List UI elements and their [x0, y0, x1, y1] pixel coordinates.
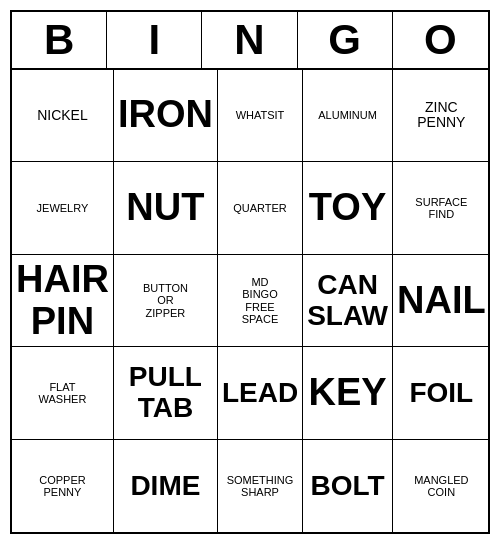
- bingo-header: BINGO: [12, 12, 488, 70]
- bingo-cell: IRON: [114, 70, 218, 163]
- bingo-cell: ZINCPENNY: [393, 70, 490, 163]
- bingo-cell: TOY: [303, 162, 393, 255]
- cell-text: QUARTER: [233, 202, 287, 214]
- bingo-cell: PULLTAB: [114, 347, 218, 440]
- header-letter: N: [202, 12, 297, 68]
- bingo-cell: BOLT: [303, 440, 393, 533]
- bingo-cell: FLATWASHER: [12, 347, 114, 440]
- header-letter: G: [298, 12, 393, 68]
- cell-text: LEAD: [222, 378, 298, 409]
- bingo-cell: HAIRPIN: [12, 255, 114, 348]
- bingo-cell: NAIL: [393, 255, 490, 348]
- cell-text: JEWELRY: [37, 202, 89, 214]
- cell-text: SURFACEFIND: [415, 196, 467, 220]
- bingo-cell: LEAD: [218, 347, 303, 440]
- bingo-cell: CANSLAW: [303, 255, 393, 348]
- cell-text: FLATWASHER: [39, 381, 87, 405]
- bingo-card: BINGO NICKELIRONWHATSITALUMINUMZINCPENNY…: [10, 10, 490, 535]
- bingo-cell: QUARTER: [218, 162, 303, 255]
- cell-text: KEY: [309, 372, 387, 414]
- cell-text: IRON: [118, 94, 213, 136]
- cell-text: TOY: [309, 187, 386, 229]
- bingo-cell: JEWELRY: [12, 162, 114, 255]
- bingo-cell: ALUMINUM: [303, 70, 393, 163]
- bingo-cell: WHATSIT: [218, 70, 303, 163]
- bingo-cell: MDBINGOFREESPACE: [218, 255, 303, 348]
- bingo-cell: SURFACEFIND: [393, 162, 490, 255]
- cell-text: ALUMINUM: [318, 109, 377, 121]
- cell-text: DIME: [130, 471, 200, 502]
- cell-text: ZINCPENNY: [417, 100, 465, 131]
- bingo-cell: COPPERPENNY: [12, 440, 114, 533]
- cell-text: FOIL: [409, 378, 473, 409]
- header-letter: B: [12, 12, 107, 68]
- cell-text: BUTTONORZIPPER: [143, 282, 188, 318]
- cell-text: NICKEL: [37, 108, 88, 123]
- header-letter: I: [107, 12, 202, 68]
- cell-text: SOMETHINGSHARP: [227, 474, 294, 498]
- cell-text: NUT: [126, 187, 204, 229]
- bingo-cell: FOIL: [393, 347, 490, 440]
- cell-text: MDBINGOFREESPACE: [242, 276, 278, 324]
- cell-text: NAIL: [397, 280, 486, 322]
- cell-text: MANGLEDCOIN: [414, 474, 468, 498]
- bingo-cell: NUT: [114, 162, 218, 255]
- cell-text: WHATSIT: [236, 109, 285, 121]
- bingo-cell: SOMETHINGSHARP: [218, 440, 303, 533]
- bingo-cell: KEY: [303, 347, 393, 440]
- bingo-cell: NICKEL: [12, 70, 114, 163]
- cell-text: CANSLAW: [307, 270, 388, 332]
- cell-text: BOLT: [311, 471, 385, 502]
- bingo-cell: BUTTONORZIPPER: [114, 255, 218, 348]
- cell-text: COPPERPENNY: [39, 474, 85, 498]
- cell-text: HAIRPIN: [16, 259, 109, 343]
- bingo-grid: NICKELIRONWHATSITALUMINUMZINCPENNYJEWELR…: [12, 70, 488, 533]
- bingo-cell: MANGLEDCOIN: [393, 440, 490, 533]
- bingo-cell: DIME: [114, 440, 218, 533]
- header-letter: O: [393, 12, 488, 68]
- cell-text: PULLTAB: [129, 362, 202, 424]
